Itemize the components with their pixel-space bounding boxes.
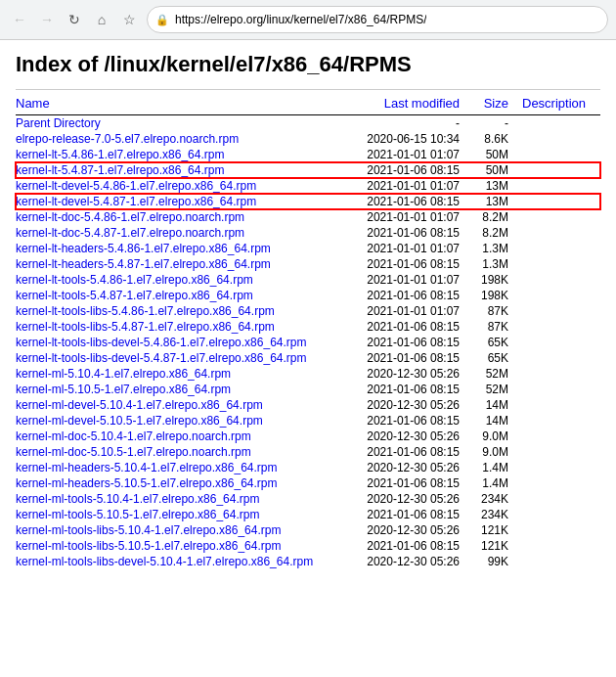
- file-name-cell[interactable]: kernel-lt-tools-libs-devel-5.4.86-1.el7.…: [16, 335, 348, 350]
- file-modified-cell: 2021-01-06 08:15: [348, 475, 465, 491]
- file-name-cell[interactable]: kernel-lt-tools-libs-5.4.86-1.el7.elrepo…: [16, 303, 348, 319]
- file-name-cell[interactable]: kernel-ml-devel-5.10.4-1.el7.elrepo.x86_…: [16, 397, 348, 413]
- file-modified-cell: 2020-12-30 05:26: [348, 491, 465, 507]
- table-row: kernel-lt-headers-5.4.87-1.el7.elrepo.x8…: [16, 256, 600, 272]
- address-bar[interactable]: 🔒 https://elrepo.org/linux/kernel/el7/x8…: [147, 6, 608, 33]
- name-sort-link[interactable]: Name: [16, 96, 50, 111]
- file-name-cell[interactable]: kernel-lt-devel-5.4.87-1.el7.elrepo.x86_…: [16, 194, 348, 209]
- file-link[interactable]: kernel-lt-tools-libs-5.4.87-1.el7.elrepo…: [16, 320, 275, 334]
- file-name-cell[interactable]: kernel-ml-5.10.5-1.el7.elrepo.x86_64.rpm: [16, 382, 348, 397]
- col-header-modified[interactable]: Last modified: [348, 92, 465, 115]
- file-name-cell[interactable]: kernel-lt-5.4.87-1.el7.elrepo.x86_64.rpm: [16, 162, 348, 178]
- file-desc-cell: [514, 366, 600, 382]
- file-name-cell[interactable]: kernel-ml-tools-libs-5.10.4-1.el7.elrepo…: [16, 522, 348, 538]
- file-link[interactable]: kernel-ml-5.10.5-1.el7.elrepo.x86_64.rpm: [16, 383, 231, 396]
- table-row: kernel-ml-5.10.5-1.el7.elrepo.x86_64.rpm…: [16, 382, 600, 397]
- file-link[interactable]: kernel-ml-tools-libs-5.10.4-1.el7.elrepo…: [16, 523, 281, 537]
- file-link[interactable]: kernel-ml-devel-5.10.5-1.el7.elrepo.x86_…: [16, 414, 263, 428]
- file-size-cell: 198K: [465, 272, 514, 288]
- home-button[interactable]: ⌂: [90, 8, 113, 31]
- file-link[interactable]: elrepo-release-7.0-5.el7.elrepo.noarch.r…: [16, 132, 239, 146]
- file-modified-cell: 2021-01-06 08:15: [348, 538, 465, 554]
- file-modified-cell: 2021-01-01 01:07: [348, 147, 465, 162]
- file-name-cell[interactable]: kernel-lt-doc-5.4.86-1.el7.elrepo.noarch…: [16, 209, 348, 225]
- file-modified-cell: 2021-01-01 01:07: [348, 241, 465, 256]
- file-size-cell: 52M: [465, 366, 514, 382]
- file-link[interactable]: kernel-ml-headers-5.10.4-1.el7.elrepo.x8…: [16, 461, 277, 474]
- file-name-cell[interactable]: kernel-lt-devel-5.4.86-1.el7.elrepo.x86_…: [16, 178, 348, 194]
- file-link[interactable]: kernel-lt-5.4.86-1.el7.elrepo.x86_64.rpm: [16, 148, 224, 161]
- file-size-cell: 65K: [465, 335, 514, 350]
- file-link[interactable]: kernel-ml-tools-libs-devel-5.10.4-1.el7.…: [16, 555, 313, 568]
- file-name-cell[interactable]: kernel-lt-doc-5.4.87-1.el7.elrepo.noarch…: [16, 225, 348, 241]
- file-name-cell[interactable]: elrepo-release-7.0-5.el7.elrepo.noarch.r…: [16, 131, 348, 147]
- file-name-cell[interactable]: kernel-lt-headers-5.4.87-1.el7.elrepo.x8…: [16, 256, 348, 272]
- file-link[interactable]: kernel-lt-tools-5.4.86-1.el7.elrepo.x86_…: [16, 273, 253, 287]
- file-link[interactable]: kernel-lt-headers-5.4.86-1.el7.elrepo.x8…: [16, 242, 271, 255]
- file-link[interactable]: kernel-ml-doc-5.10.4-1.el7.elrepo.noarch…: [16, 429, 251, 443]
- file-desc-cell: [514, 303, 600, 319]
- file-desc-cell: [514, 475, 600, 491]
- file-link[interactable]: kernel-lt-doc-5.4.86-1.el7.elrepo.noarch…: [16, 210, 244, 224]
- file-link[interactable]: kernel-lt-tools-5.4.87-1.el7.elrepo.x86_…: [16, 289, 253, 302]
- desc-sort-link[interactable]: Description: [522, 96, 586, 111]
- file-table: Name Last modified Size Description Pare…: [16, 92, 600, 569]
- bookmark-button[interactable]: ☆: [117, 8, 141, 31]
- file-link[interactable]: kernel-lt-devel-5.4.86-1.el7.elrepo.x86_…: [16, 179, 256, 193]
- file-link[interactable]: kernel-ml-tools-5.10.4-1.el7.elrepo.x86_…: [16, 492, 259, 506]
- file-desc-cell: [514, 538, 600, 554]
- file-modified-cell: 2020-12-30 05:26: [348, 460, 465, 475]
- header-divider: [16, 89, 600, 90]
- file-link[interactable]: kernel-lt-5.4.87-1.el7.elrepo.x86_64.rpm: [16, 163, 224, 177]
- file-name-cell[interactable]: kernel-ml-5.10.4-1.el7.elrepo.x86_64.rpm: [16, 366, 348, 382]
- file-name-cell[interactable]: kernel-lt-tools-libs-5.4.87-1.el7.elrepo…: [16, 319, 348, 335]
- file-name-cell[interactable]: kernel-ml-headers-5.10.5-1.el7.elrepo.x8…: [16, 475, 348, 491]
- file-link[interactable]: kernel-lt-tools-libs-devel-5.4.86-1.el7.…: [16, 336, 306, 349]
- file-name-cell[interactable]: kernel-ml-tools-libs-5.10.5-1.el7.elrepo…: [16, 538, 348, 554]
- file-name-cell[interactable]: kernel-ml-doc-5.10.5-1.el7.elrepo.noarch…: [16, 444, 348, 460]
- col-header-size[interactable]: Size: [465, 92, 514, 115]
- reload-button[interactable]: ↻: [63, 8, 86, 31]
- file-modified-cell: 2021-01-01 01:07: [348, 272, 465, 288]
- file-name-cell[interactable]: kernel-lt-headers-5.4.86-1.el7.elrepo.x8…: [16, 241, 348, 256]
- file-name-cell[interactable]: kernel-ml-tools-5.10.5-1.el7.elrepo.x86_…: [16, 507, 348, 522]
- file-name-cell[interactable]: kernel-ml-devel-5.10.5-1.el7.elrepo.x86_…: [16, 413, 348, 429]
- file-link[interactable]: kernel-ml-headers-5.10.5-1.el7.elrepo.x8…: [16, 476, 277, 490]
- file-size-cell: 87K: [465, 303, 514, 319]
- file-name-cell[interactable]: kernel-lt-tools-libs-devel-5.4.87-1.el7.…: [16, 350, 348, 366]
- file-modified-cell: 2021-01-06 08:15: [348, 335, 465, 350]
- file-size-cell: 9.0M: [465, 429, 514, 444]
- file-link[interactable]: kernel-lt-tools-libs-5.4.86-1.el7.elrepo…: [16, 304, 275, 318]
- file-name-cell[interactable]: kernel-ml-tools-libs-devel-5.10.4-1.el7.…: [16, 554, 348, 569]
- file-link[interactable]: kernel-ml-tools-libs-5.10.5-1.el7.elrepo…: [16, 539, 281, 553]
- col-header-name[interactable]: Name: [16, 92, 348, 115]
- file-link[interactable]: kernel-lt-devel-5.4.87-1.el7.elrepo.x86_…: [16, 195, 256, 208]
- back-button[interactable]: ←: [8, 8, 31, 31]
- parent-dir-name[interactable]: Parent Directory: [16, 115, 348, 132]
- file-link[interactable]: kernel-lt-doc-5.4.87-1.el7.elrepo.noarch…: [16, 226, 244, 240]
- browser-chrome: ← → ↻ ⌂ ☆ 🔒 https://elrepo.org/linux/ker…: [0, 0, 616, 40]
- file-link[interactable]: kernel-lt-tools-libs-devel-5.4.87-1.el7.…: [16, 351, 306, 365]
- file-name-cell[interactable]: kernel-ml-tools-5.10.4-1.el7.elrepo.x86_…: [16, 491, 348, 507]
- file-link[interactable]: kernel-lt-headers-5.4.87-1.el7.elrepo.x8…: [16, 257, 271, 271]
- forward-button[interactable]: →: [35, 8, 59, 31]
- file-link[interactable]: kernel-ml-doc-5.10.5-1.el7.elrepo.noarch…: [16, 445, 251, 459]
- file-name-cell[interactable]: kernel-ml-doc-5.10.4-1.el7.elrepo.noarch…: [16, 429, 348, 444]
- modified-sort-link[interactable]: Last modified: [384, 96, 460, 111]
- file-name-cell[interactable]: kernel-ml-headers-5.10.4-1.el7.elrepo.x8…: [16, 460, 348, 475]
- file-modified-cell: 2020-12-30 05:26: [348, 397, 465, 413]
- file-link[interactable]: kernel-ml-5.10.4-1.el7.elrepo.x86_64.rpm: [16, 367, 231, 381]
- col-header-description[interactable]: Description: [514, 92, 600, 115]
- parent-dir-link[interactable]: Parent Directory: [16, 116, 101, 130]
- file-modified-cell: 2021-01-06 08:15: [348, 194, 465, 209]
- file-name-cell[interactable]: kernel-lt-5.4.86-1.el7.elrepo.x86_64.rpm: [16, 147, 348, 162]
- file-size-cell: 198K: [465, 288, 514, 303]
- size-sort-link[interactable]: Size: [484, 96, 508, 111]
- file-name-cell[interactable]: kernel-lt-tools-5.4.87-1.el7.elrepo.x86_…: [16, 288, 348, 303]
- file-link[interactable]: kernel-ml-devel-5.10.4-1.el7.elrepo.x86_…: [16, 398, 263, 412]
- table-row: kernel-lt-doc-5.4.87-1.el7.elrepo.noarch…: [16, 225, 600, 241]
- file-link[interactable]: kernel-ml-tools-5.10.5-1.el7.elrepo.x86_…: [16, 508, 259, 521]
- file-size-cell: 52M: [465, 382, 514, 397]
- file-size-cell: 1.3M: [465, 256, 514, 272]
- file-name-cell[interactable]: kernel-lt-tools-5.4.86-1.el7.elrepo.x86_…: [16, 272, 348, 288]
